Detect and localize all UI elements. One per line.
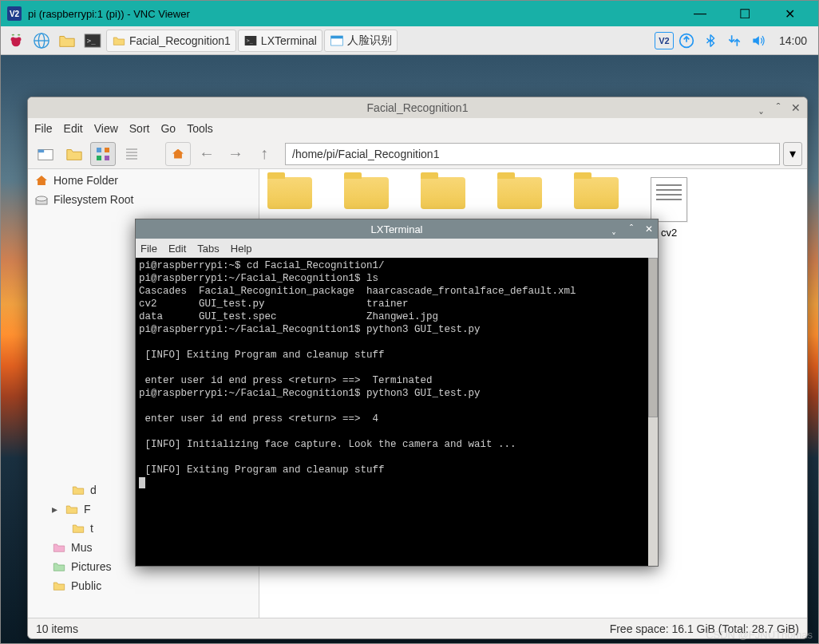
file-manager-menubar: File Edit View Sort Go Tools — [28, 118, 807, 139]
sidebar-item-label: Pictures — [71, 560, 112, 573]
menu-tabs[interactable]: Tabs — [197, 243, 219, 255]
new-tab-button[interactable] — [33, 142, 58, 166]
menu-sort[interactable]: Sort — [129, 122, 150, 135]
menu-tools[interactable]: Tools — [187, 122, 213, 135]
web-browser-icon[interactable] — [30, 30, 53, 52]
folder-icon — [71, 521, 85, 535]
terminal-output[interactable]: pi@raspberrypi:~$ cd Facial_Recognition1… — [136, 258, 658, 566]
folder-item[interactable] — [267, 177, 312, 209]
close-button[interactable]: ✕ — [775, 2, 804, 25]
sidebar-home-folder[interactable]: Home Folder — [30, 171, 257, 190]
sidebar-item-label: Home Folder — [53, 174, 118, 187]
maximize-button[interactable]: ˆ — [772, 101, 785, 114]
forward-button[interactable]: → — [223, 142, 248, 166]
app-window-icon — [330, 34, 344, 48]
terminal-launcher-icon[interactable]: >_ — [81, 30, 105, 52]
file-manager-toolbar: ← → ↑ /home/pi/Facial_Recognition1 ▾ — [28, 139, 807, 169]
icon-view-button[interactable] — [90, 142, 116, 166]
back-button[interactable]: ← — [194, 142, 220, 166]
path-dropdown-button[interactable]: ▾ — [783, 142, 802, 166]
svg-point-24 — [36, 196, 47, 201]
sidebar-filesystem-root[interactable]: Filesystem Root — [30, 190, 257, 209]
taskbar-item-face-recognition-cn[interactable]: 人脸识别 — [324, 30, 398, 52]
vnc-titlebar[interactable]: V2 pi (raspberrypi:1 (pi)) - VNC Viewer … — [1, 1, 818, 26]
terminal-window: LXTerminal ˬ ˆ ✕ File Edit Tabs Help pi@… — [135, 219, 659, 567]
file-manager-icon[interactable] — [55, 30, 79, 52]
menu-go[interactable]: Go — [160, 122, 176, 135]
svg-rect-16 — [105, 148, 109, 152]
maximize-button[interactable]: ˆ — [626, 223, 637, 235]
minimize-button[interactable]: ˬ — [608, 223, 619, 235]
home-button[interactable] — [165, 142, 191, 166]
menu-edit[interactable]: Edit — [64, 122, 83, 135]
folder-item[interactable] — [574, 177, 619, 209]
expand-icon[interactable]: ▸ — [52, 503, 60, 516]
pi-menu-icon[interactable] — [4, 30, 28, 52]
sidebar-item-label: Public — [71, 579, 101, 592]
folder-item[interactable] — [421, 177, 465, 209]
folder-icon — [52, 579, 66, 593]
terminal-title: LXTerminal — [370, 223, 422, 235]
network-icon[interactable] — [723, 30, 746, 52]
menu-help[interactable]: Help — [231, 243, 252, 255]
path-input[interactable]: /home/pi/Facial_Recognition1 — [285, 143, 780, 165]
menu-edit[interactable]: Edit — [168, 243, 186, 255]
sidebar-item-label: F — [84, 503, 91, 516]
minimize-button[interactable]: ˬ — [754, 101, 767, 114]
svg-rect-11 — [331, 36, 343, 38]
folder-item[interactable] — [344, 177, 389, 209]
file-label: cv2 — [661, 227, 677, 239]
close-button[interactable]: ✕ — [789, 101, 802, 114]
volume-icon[interactable] — [747, 30, 770, 52]
file-manager-statusbar: 10 items Free space: 16.1 GiB (Total: 28… — [28, 618, 807, 638]
new-folder-button[interactable] — [61, 142, 87, 166]
sidebar-folder-public[interactable]: Public — [30, 576, 257, 595]
sidebar-item-label: t — [90, 522, 93, 535]
pi-taskbar: >_ Facial_Recognition1 >_ LXTerminal 人脸识… — [1, 26, 818, 55]
terminal-menubar: File Edit Tabs Help — [136, 239, 658, 258]
taskbar-item-label: Facial_Recognition1 — [129, 34, 231, 47]
folder-icon — [71, 483, 85, 497]
status-items: 10 items — [36, 622, 78, 635]
folder-icon — [112, 34, 126, 48]
vnc-logo-icon: V2 — [7, 6, 22, 21]
maximize-button[interactable]: ☐ — [730, 2, 759, 25]
list-view-button[interactable] — [119, 142, 144, 166]
terminal-titlebar[interactable]: LXTerminal ˬ ˆ ✕ — [136, 219, 658, 239]
taskbar-item-lxterminal[interactable]: >_ LXTerminal — [238, 30, 322, 52]
sidebar-item-label: d — [90, 484, 97, 496]
vnc-server-icon[interactable]: V2 — [655, 32, 674, 49]
home-icon — [34, 173, 49, 188]
menu-file[interactable]: File — [140, 243, 157, 255]
taskbar-item-label: LXTerminal — [261, 34, 317, 47]
file-icon — [651, 177, 687, 222]
svg-text:>_: >_ — [247, 38, 253, 44]
minimize-button[interactable]: — — [686, 2, 714, 25]
svg-rect-18 — [105, 156, 109, 160]
sidebar-item-label: Filesystem Root — [53, 193, 133, 206]
sidebar-item-label: Mus — [71, 541, 92, 554]
terminal-scrollbar[interactable] — [648, 258, 658, 566]
close-button[interactable]: ✕ — [643, 223, 655, 235]
taskbar-item-facial-recognition[interactable]: Facial_Recognition1 — [106, 30, 236, 52]
music-folder-icon — [52, 540, 66, 555]
pictures-folder-icon — [52, 559, 66, 574]
clock[interactable]: 14:00 — [771, 34, 815, 47]
folder-icon — [65, 502, 79, 516]
menu-view[interactable]: View — [94, 122, 118, 135]
menu-file[interactable]: File — [34, 122, 53, 135]
svg-rect-17 — [97, 156, 101, 160]
svg-point-2 — [17, 37, 21, 41]
updates-icon[interactable] — [675, 30, 698, 52]
terminal-icon: >_ — [243, 34, 258, 48]
svg-rect-14 — [38, 149, 44, 152]
file-manager-titlebar[interactable]: Facial_Recognition1 ˬ ˆ ✕ — [28, 97, 807, 118]
folder-item[interactable] — [497, 177, 542, 209]
bluetooth-icon[interactable] — [699, 30, 722, 52]
svg-rect-15 — [97, 148, 101, 152]
taskbar-item-label: 人脸识别 — [347, 34, 392, 48]
file-manager-title: Facial_Recognition1 — [367, 101, 469, 114]
up-button[interactable]: ↑ — [251, 142, 277, 166]
scrollbar-thumb[interactable] — [648, 258, 658, 417]
svg-point-1 — [11, 37, 15, 41]
